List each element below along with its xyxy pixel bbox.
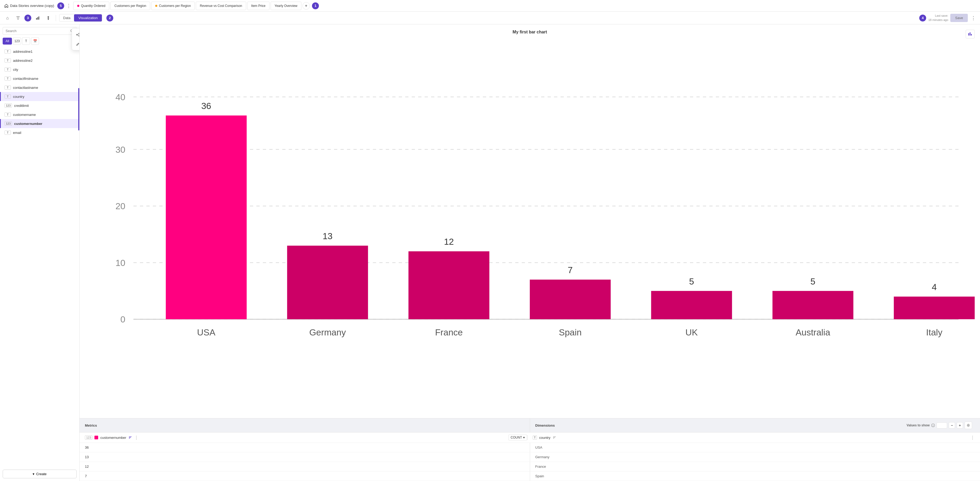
svg-rect-13 xyxy=(971,34,972,35)
svg-rect-25 xyxy=(166,116,247,319)
svg-rect-43 xyxy=(894,297,975,319)
svg-text:4: 4 xyxy=(932,282,937,292)
svg-rect-40 xyxy=(773,291,853,319)
last-save-info: Last save: 18 minutes ago xyxy=(928,14,948,22)
badge-5[interactable]: 5 xyxy=(57,2,64,9)
tab-yearly-overview[interactable]: Yearly Overview xyxy=(270,2,301,10)
field-customername[interactable]: T customername xyxy=(0,110,80,119)
data-rows: 36 USA 13 Germany 12 France 7 Spain xyxy=(80,443,980,481)
main-layout: Share Rename All 123 T 📅 xyxy=(0,24,980,481)
svg-rect-11 xyxy=(968,33,969,35)
tab-menu-dots[interactable]: ⋮ xyxy=(65,2,72,10)
field-contactlastname[interactable]: T contactlastname xyxy=(0,83,80,92)
metric-left: 123 customernumber ⋮ COUNT ▾ xyxy=(85,435,527,440)
svg-text:5: 5 xyxy=(810,276,816,286)
save-button[interactable]: Save xyxy=(950,14,968,22)
scrollbar[interactable] xyxy=(78,88,80,130)
increase-values-button[interactable]: + xyxy=(957,422,963,429)
field-contactfirstname[interactable]: T contactfirstname xyxy=(0,74,80,83)
field-type-t: T xyxy=(5,130,11,135)
svg-line-8 xyxy=(77,35,78,35)
field-label: creditlimit xyxy=(14,104,29,108)
metric-color-badge xyxy=(94,436,98,440)
field-customernumber[interactable]: 123 customernumber xyxy=(0,119,80,128)
metric-field-label: customernumber xyxy=(100,436,126,440)
metric-options-dots[interactable]: ⋮ xyxy=(134,435,138,440)
field-creditlimit[interactable]: 123 creditlimit xyxy=(0,101,80,110)
tab-quantity-ordered[interactable]: Quantity Ordered xyxy=(73,2,109,10)
svg-text:Germany: Germany xyxy=(309,327,346,337)
chart-type-button[interactable] xyxy=(966,30,975,38)
field-type-t: T xyxy=(5,58,11,63)
decrease-values-button[interactable]: − xyxy=(949,422,955,429)
data-cell-country: Spain xyxy=(530,471,980,481)
tab-visualization[interactable]: Visualization xyxy=(74,14,102,21)
vts-label: Values to show xyxy=(907,424,930,427)
field-country[interactable]: T country xyxy=(0,92,80,101)
toolbar-menu-dots[interactable]: ⋮ xyxy=(970,14,977,22)
tab-customers-region-2[interactable]: Customers per Region xyxy=(151,2,195,10)
chart-icon[interactable] xyxy=(33,14,42,22)
pin-icon[interactable] xyxy=(44,14,52,22)
field-city[interactable]: T city xyxy=(0,65,80,74)
field-email[interactable]: T email xyxy=(0,128,80,137)
context-share[interactable]: Share xyxy=(72,30,80,39)
svg-text:13: 13 xyxy=(323,231,332,241)
create-button[interactable]: ▾ Create xyxy=(3,470,77,478)
filter-date[interactable]: 📅 xyxy=(31,37,39,45)
field-type-t: T xyxy=(5,76,11,81)
tab-dot-quantity xyxy=(77,5,80,7)
filter-icon[interactable] xyxy=(14,14,22,22)
svg-rect-28 xyxy=(287,246,368,319)
data-cell-country: USA xyxy=(530,443,980,452)
context-rename[interactable]: Rename xyxy=(72,39,80,49)
tab-label-item: Item Price xyxy=(251,4,266,8)
svg-rect-31 xyxy=(409,251,490,319)
filter-all[interactable]: All xyxy=(3,38,12,44)
field-type-t: T xyxy=(5,67,11,71)
badge-3[interactable]: 3 xyxy=(24,14,31,21)
second-toolbar: ⌂ 3 Data Visualization 2 4 Last save: 18… xyxy=(0,12,980,24)
tab-label-customers-2: Customers per Region xyxy=(159,4,191,8)
field-label: city xyxy=(13,68,18,71)
values-count-input[interactable]: 7 xyxy=(937,422,947,429)
data-row-germany: 13 Germany xyxy=(80,452,980,462)
data-row-usa: 36 USA xyxy=(80,443,980,452)
search-input[interactable] xyxy=(6,29,68,33)
data-viz-tabs: Data Visualization xyxy=(59,14,102,22)
svg-text:USA: USA xyxy=(197,327,216,337)
metric-right: T country ⋮ xyxy=(527,435,975,440)
tab-revenue-cost[interactable]: Revenue vs Cost Comparison xyxy=(196,2,246,10)
settings-button[interactable] xyxy=(965,422,972,429)
field-list: T addressline1 T addressline2 T city T c… xyxy=(0,47,80,467)
svg-text:0: 0 xyxy=(121,314,126,324)
chevron-down-icon: ▾ xyxy=(33,472,35,476)
dimension-field-label: country xyxy=(539,436,550,440)
field-label: contactfirstname xyxy=(13,77,38,81)
tab-item-price[interactable]: Item Price xyxy=(247,2,270,10)
home-button[interactable]: Data Stories overview (copy) xyxy=(2,3,56,9)
data-cell-value: 36 xyxy=(80,443,530,452)
svg-text:Australia: Australia xyxy=(795,327,830,337)
svg-text:20: 20 xyxy=(115,201,125,211)
svg-text:i: i xyxy=(933,424,934,427)
home-icon-small[interactable]: ⌂ xyxy=(3,14,12,22)
field-addressline1[interactable]: T addressline1 xyxy=(0,47,80,56)
badge-1[interactable]: 1 xyxy=(312,2,319,9)
filter-tabs: All 123 T 📅 xyxy=(0,37,80,47)
bar-chart-icon xyxy=(968,32,972,36)
add-tab-button[interactable]: + xyxy=(302,2,310,10)
field-type-t: T xyxy=(5,49,11,54)
count-aggregation-badge[interactable]: COUNT ▾ xyxy=(508,435,527,440)
filter-numeric[interactable]: 123 xyxy=(13,37,21,45)
badge-4[interactable]: 4 xyxy=(919,14,926,21)
dimension-sort-icon xyxy=(553,436,556,440)
filter-text[interactable]: T xyxy=(22,37,30,45)
tab-data[interactable]: Data xyxy=(59,14,74,21)
share-icon xyxy=(76,33,80,37)
badge-2[interactable]: 2 xyxy=(107,14,113,21)
tab-customers-region-1[interactable]: Customers per Region xyxy=(110,2,150,10)
values-to-show: Values to show i 7 − + xyxy=(907,422,975,429)
dimension-options-dots[interactable]: ⋮ xyxy=(970,435,975,440)
field-addressline2[interactable]: T addressline2 xyxy=(0,56,80,65)
